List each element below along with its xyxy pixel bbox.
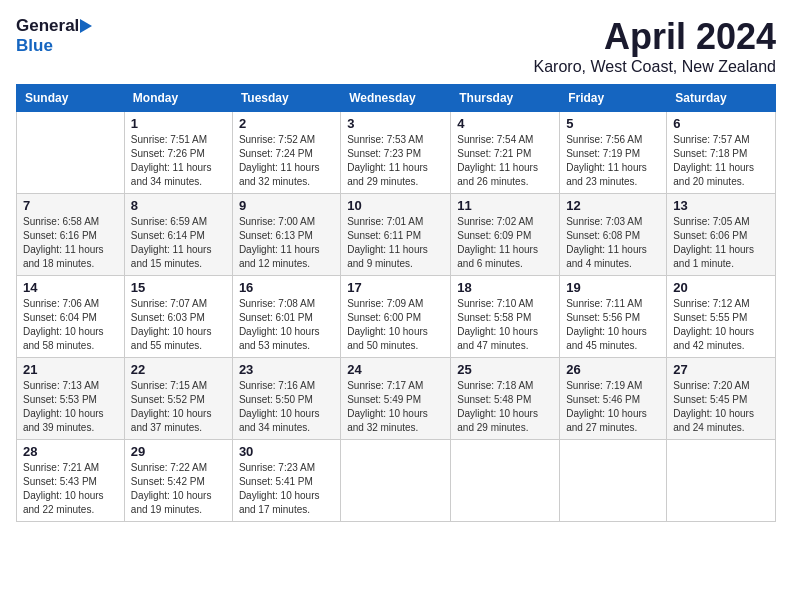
day-number: 14 [23,280,118,295]
calendar-cell: 5Sunrise: 7:56 AMSunset: 7:19 PMDaylight… [560,112,667,194]
calendar-cell: 8Sunrise: 6:59 AMSunset: 6:14 PMDaylight… [124,194,232,276]
calendar-week-row: 28Sunrise: 7:21 AMSunset: 5:43 PMDayligh… [17,440,776,522]
day-info: Sunrise: 7:23 AMSunset: 5:41 PMDaylight:… [239,461,334,517]
calendar-cell: 15Sunrise: 7:07 AMSunset: 6:03 PMDayligh… [124,276,232,358]
day-number: 28 [23,444,118,459]
calendar-week-row: 21Sunrise: 7:13 AMSunset: 5:53 PMDayligh… [17,358,776,440]
logo-arrow-icon [80,19,92,33]
day-info: Sunrise: 7:05 AMSunset: 6:06 PMDaylight:… [673,215,769,271]
day-info: Sunrise: 7:56 AMSunset: 7:19 PMDaylight:… [566,133,660,189]
calendar-cell: 3Sunrise: 7:53 AMSunset: 7:23 PMDaylight… [341,112,451,194]
day-info: Sunrise: 7:00 AMSunset: 6:13 PMDaylight:… [239,215,334,271]
calendar-cell: 12Sunrise: 7:03 AMSunset: 6:08 PMDayligh… [560,194,667,276]
day-info: Sunrise: 7:54 AMSunset: 7:21 PMDaylight:… [457,133,553,189]
day-number: 22 [131,362,226,377]
day-info: Sunrise: 6:58 AMSunset: 6:16 PMDaylight:… [23,215,118,271]
calendar-cell: 21Sunrise: 7:13 AMSunset: 5:53 PMDayligh… [17,358,125,440]
calendar-cell: 25Sunrise: 7:18 AMSunset: 5:48 PMDayligh… [451,358,560,440]
day-info: Sunrise: 7:13 AMSunset: 5:53 PMDaylight:… [23,379,118,435]
day-number: 24 [347,362,444,377]
day-info: Sunrise: 7:18 AMSunset: 5:48 PMDaylight:… [457,379,553,435]
day-info: Sunrise: 7:11 AMSunset: 5:56 PMDaylight:… [566,297,660,353]
calendar-cell: 22Sunrise: 7:15 AMSunset: 5:52 PMDayligh… [124,358,232,440]
day-info: Sunrise: 7:19 AMSunset: 5:46 PMDaylight:… [566,379,660,435]
day-number: 13 [673,198,769,213]
calendar-day-header: Saturday [667,85,776,112]
day-info: Sunrise: 7:21 AMSunset: 5:43 PMDaylight:… [23,461,118,517]
calendar-day-header: Friday [560,85,667,112]
day-number: 3 [347,116,444,131]
calendar-day-header: Monday [124,85,232,112]
calendar-cell [451,440,560,522]
calendar-week-row: 14Sunrise: 7:06 AMSunset: 6:04 PMDayligh… [17,276,776,358]
day-number: 17 [347,280,444,295]
calendar-cell: 27Sunrise: 7:20 AMSunset: 5:45 PMDayligh… [667,358,776,440]
day-number: 30 [239,444,334,459]
day-number: 19 [566,280,660,295]
logo-general-text: General [16,16,79,36]
day-number: 21 [23,362,118,377]
day-number: 4 [457,116,553,131]
calendar-cell: 6Sunrise: 7:57 AMSunset: 7:18 PMDaylight… [667,112,776,194]
calendar-cell [17,112,125,194]
day-number: 27 [673,362,769,377]
day-info: Sunrise: 7:09 AMSunset: 6:00 PMDaylight:… [347,297,444,353]
day-number: 25 [457,362,553,377]
title-block: April 2024 Karoro, West Coast, New Zeala… [534,16,776,76]
calendar-cell: 20Sunrise: 7:12 AMSunset: 5:55 PMDayligh… [667,276,776,358]
day-info: Sunrise: 7:07 AMSunset: 6:03 PMDaylight:… [131,297,226,353]
day-info: Sunrise: 7:17 AMSunset: 5:49 PMDaylight:… [347,379,444,435]
calendar-cell: 19Sunrise: 7:11 AMSunset: 5:56 PMDayligh… [560,276,667,358]
day-info: Sunrise: 7:02 AMSunset: 6:09 PMDaylight:… [457,215,553,271]
calendar-cell: 4Sunrise: 7:54 AMSunset: 7:21 PMDaylight… [451,112,560,194]
calendar-cell: 1Sunrise: 7:51 AMSunset: 7:26 PMDaylight… [124,112,232,194]
day-info: Sunrise: 7:15 AMSunset: 5:52 PMDaylight:… [131,379,226,435]
calendar-cell [341,440,451,522]
day-number: 26 [566,362,660,377]
calendar-day-header: Wednesday [341,85,451,112]
day-info: Sunrise: 7:16 AMSunset: 5:50 PMDaylight:… [239,379,334,435]
calendar-cell: 18Sunrise: 7:10 AMSunset: 5:58 PMDayligh… [451,276,560,358]
day-number: 20 [673,280,769,295]
calendar-header-row: SundayMondayTuesdayWednesdayThursdayFrid… [17,85,776,112]
day-info: Sunrise: 7:53 AMSunset: 7:23 PMDaylight:… [347,133,444,189]
calendar-week-row: 1Sunrise: 7:51 AMSunset: 7:26 PMDaylight… [17,112,776,194]
day-number: 2 [239,116,334,131]
day-info: Sunrise: 7:06 AMSunset: 6:04 PMDaylight:… [23,297,118,353]
calendar-cell: 30Sunrise: 7:23 AMSunset: 5:41 PMDayligh… [232,440,340,522]
day-number: 9 [239,198,334,213]
calendar-cell [560,440,667,522]
day-info: Sunrise: 7:51 AMSunset: 7:26 PMDaylight:… [131,133,226,189]
day-number: 8 [131,198,226,213]
calendar-day-header: Thursday [451,85,560,112]
calendar-day-header: Sunday [17,85,125,112]
calendar-week-row: 7Sunrise: 6:58 AMSunset: 6:16 PMDaylight… [17,194,776,276]
day-info: Sunrise: 7:52 AMSunset: 7:24 PMDaylight:… [239,133,334,189]
day-number: 10 [347,198,444,213]
calendar-cell: 17Sunrise: 7:09 AMSunset: 6:00 PMDayligh… [341,276,451,358]
day-number: 15 [131,280,226,295]
day-info: Sunrise: 7:10 AMSunset: 5:58 PMDaylight:… [457,297,553,353]
day-number: 18 [457,280,553,295]
calendar-cell: 7Sunrise: 6:58 AMSunset: 6:16 PMDaylight… [17,194,125,276]
logo: General Blue [16,16,92,56]
calendar-cell: 16Sunrise: 7:08 AMSunset: 6:01 PMDayligh… [232,276,340,358]
month-year-title: April 2024 [534,16,776,58]
calendar-cell: 24Sunrise: 7:17 AMSunset: 5:49 PMDayligh… [341,358,451,440]
day-info: Sunrise: 6:59 AMSunset: 6:14 PMDaylight:… [131,215,226,271]
calendar-cell: 26Sunrise: 7:19 AMSunset: 5:46 PMDayligh… [560,358,667,440]
page-container: General Blue April 2024 Karoro, West Coa… [16,16,776,522]
day-info: Sunrise: 7:20 AMSunset: 5:45 PMDaylight:… [673,379,769,435]
day-number: 5 [566,116,660,131]
calendar-day-header: Tuesday [232,85,340,112]
day-info: Sunrise: 7:57 AMSunset: 7:18 PMDaylight:… [673,133,769,189]
day-info: Sunrise: 7:12 AMSunset: 5:55 PMDaylight:… [673,297,769,353]
calendar-cell: 23Sunrise: 7:16 AMSunset: 5:50 PMDayligh… [232,358,340,440]
day-number: 11 [457,198,553,213]
day-number: 7 [23,198,118,213]
day-number: 12 [566,198,660,213]
calendar-cell: 10Sunrise: 7:01 AMSunset: 6:11 PMDayligh… [341,194,451,276]
calendar-cell: 28Sunrise: 7:21 AMSunset: 5:43 PMDayligh… [17,440,125,522]
calendar-cell [667,440,776,522]
header: General Blue April 2024 Karoro, West Coa… [16,16,776,76]
